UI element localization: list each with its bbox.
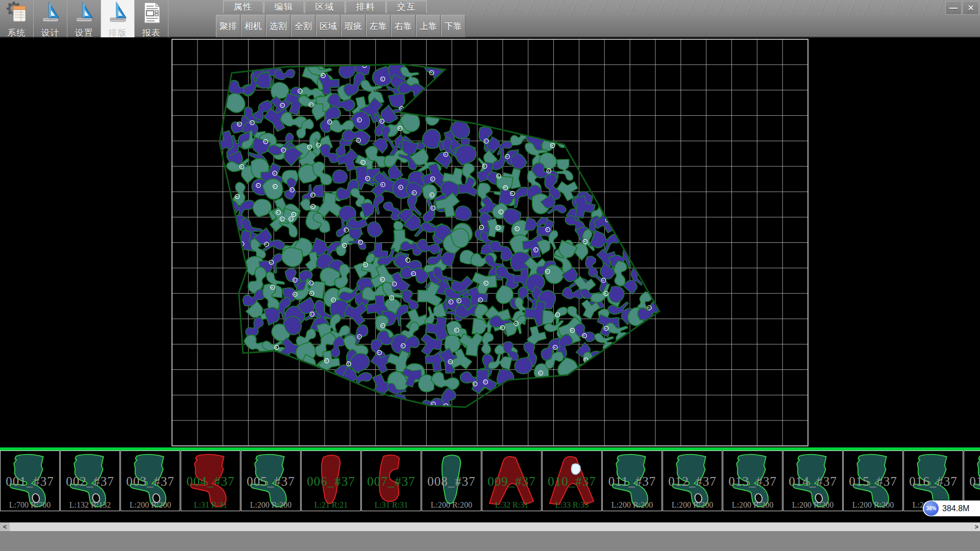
nav-label-nesting: 排版 [109, 27, 127, 39]
piece-shape [484, 452, 538, 510]
piece-shape [364, 452, 418, 510]
nav-item-design[interactable]: 设计 [34, 0, 67, 37]
piece-shape [665, 452, 719, 510]
tool-defect[interactable]: 瑕疵 [341, 15, 365, 37]
piece-shape [63, 452, 117, 510]
thumbnail-001_#37[interactable]: 001_#37 L:700 R:700 [0, 450, 60, 511]
piece-shape [605, 452, 659, 510]
tool-snap-bottom[interactable]: 下靠 [441, 15, 465, 37]
piece-hole [572, 464, 580, 474]
thumbnail-012_#37[interactable]: 012_#37 L:200 R:200 [663, 450, 722, 511]
nav-item-setup[interactable]: 设置 [67, 0, 101, 37]
piece-shape [183, 452, 237, 510]
piece-shape [786, 452, 840, 510]
thumbnail-008_#37[interactable]: 008_#37 L:200 R:200 [422, 450, 481, 511]
application-window: { "window": {"minimize_label":"—","close… [0, 0, 980, 551]
ruler-laptop-icon [72, 1, 96, 24]
thumbnail-013_#37[interactable]: 013_#37 L:200 R:200 [723, 450, 782, 511]
nested-pieces [211, 55, 662, 417]
memory-value: 384.8M [942, 500, 969, 516]
tool-select-cut[interactable]: 选割 [266, 15, 290, 37]
nav-item-nesting[interactable]: 排版 [101, 0, 135, 37]
nesting-canvas[interactable] [0, 38, 980, 447]
scroll-right-button[interactable]: > [974, 522, 978, 531]
toolbar: 系统 设计 设置 排版 报表 属性编辑区域排料交互 [0, 0, 980, 38]
thumbnail-015_#37[interactable]: 015_#37 L:200 R:200 [843, 450, 903, 511]
leather-hide[interactable] [211, 55, 662, 417]
gear-icon [5, 1, 29, 24]
piece-shape [846, 452, 900, 510]
tab-interact[interactable]: 交互 [386, 1, 427, 13]
nav-item-report[interactable]: 报表 [135, 0, 168, 37]
window-controls: — ✕ [944, 1, 979, 15]
thumbnail-002_#37[interactable]: 002_#37 L:132 R:132 [60, 450, 120, 511]
piece-shape [304, 452, 358, 510]
thumbnail-003_#37[interactable]: 003_#37 L:200 R:200 [120, 450, 180, 511]
ruler-laptop-icon [106, 1, 130, 24]
tab-edit[interactable]: 编辑 [264, 1, 304, 13]
nav-label-setup: 设置 [75, 27, 93, 39]
nav-label-design: 设计 [41, 27, 60, 39]
thumbnail-009_#37[interactable]: 009_#37 L:32 R:31 [482, 450, 542, 511]
tool-cluster-nest[interactable]: 聚排 [216, 15, 240, 37]
nav-label-system: 系统 [8, 27, 26, 39]
tool-snap-left[interactable]: 左靠 [366, 15, 390, 37]
ruler-laptop-icon [39, 1, 62, 24]
piece-shape [3, 452, 57, 510]
tab-region[interactable]: 区域 [305, 1, 345, 13]
nav-label-report: 报表 [142, 27, 161, 39]
close-button[interactable]: ✕ [963, 1, 979, 15]
memory-usage-badge[interactable]: 38% 384.8M [923, 500, 980, 516]
nav-item-system[interactable]: 系统 [0, 0, 34, 37]
ribbon-tabs: 属性编辑区域排料交互 [223, 1, 427, 14]
thumbnail-006_#37[interactable]: 006_#37 L:21 R:21 [301, 450, 361, 511]
thumbnail-011_#37[interactable]: 011_#37 L:200 R:200 [602, 450, 662, 511]
tool-row: 聚排相机选割全割区域瑕疵左靠右靠上靠下靠 [216, 15, 466, 37]
piece-shape [424, 452, 478, 510]
tool-snap-top[interactable]: 上靠 [416, 15, 440, 37]
thumbnail-007_#37[interactable]: 007_#37 L:31 R:31 [361, 450, 421, 511]
horizontal-scrollbar[interactable]: < > [0, 522, 980, 531]
usage-percent-circle: 38% [924, 501, 939, 516]
thumbnail-005_#37[interactable]: 005_#37 L:200 R:200 [241, 450, 301, 511]
piece-thumbnail-strip: 001_#37 L:700 R:700 002_#37 L:132 R:132 … [0, 450, 980, 512]
piece-shape [123, 452, 177, 510]
scroll-left-button[interactable]: < [0, 522, 10, 531]
tool-camera[interactable]: 相机 [241, 15, 265, 37]
status-bar [0, 531, 980, 551]
minimize-button[interactable]: — [945, 1, 962, 15]
thumbnail-004_#37[interactable]: 004_#37 L:31 R:31 [181, 450, 240, 511]
bottom-gap [0, 512, 980, 522]
piece-shape [545, 452, 599, 510]
tool-snap-right[interactable]: 右靠 [391, 15, 415, 37]
report-doc-icon [140, 1, 163, 24]
thumbnail-010_#37[interactable]: 010_#37 L:33 R:33 [542, 450, 602, 511]
nesting-canvas-area[interactable] [0, 38, 980, 447]
thumbnail-014_#37[interactable]: 014_#37 L:200 R:200 [783, 450, 843, 511]
piece-shape [725, 452, 779, 510]
piece-shape [243, 452, 298, 510]
tab-properties[interactable]: 属性 [223, 1, 263, 13]
tool-cut-all[interactable]: 全割 [291, 15, 315, 37]
tool-region[interactable]: 区域 [316, 15, 340, 37]
tab-nest-material[interactable]: 排料 [346, 1, 386, 13]
main-nav: 系统 设计 设置 排版 报表 [0, 0, 168, 38]
